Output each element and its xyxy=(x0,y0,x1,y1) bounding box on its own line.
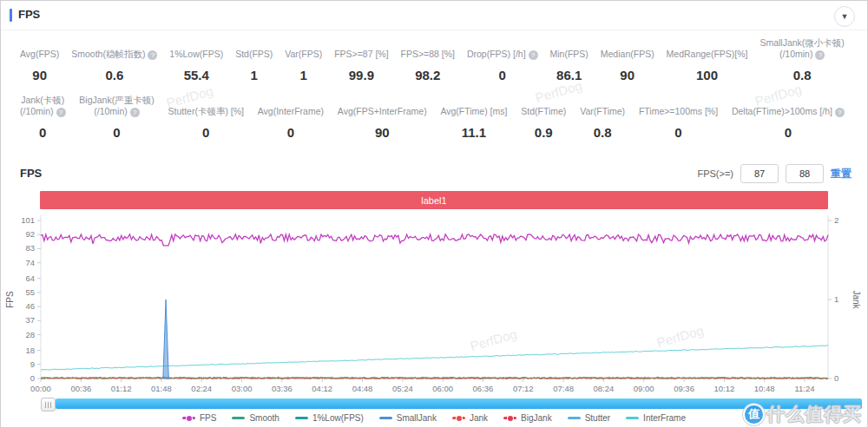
stat-label: Std(FTime) xyxy=(521,106,566,117)
svg-text:1: 1 xyxy=(834,294,838,304)
stat-r2-9: Delta(FTime)>100ms [/h]?0 xyxy=(732,106,845,140)
legend-item-bigjank[interactable]: BigJank xyxy=(503,413,552,423)
fps-chart[interactable]: 09182837465564748392101012FPSJank00:0000… xyxy=(1,213,868,392)
collapse-button[interactable]: ▼ xyxy=(834,6,855,27)
stat-r2-0: Jank(卡顿)(/10min)?0 xyxy=(20,95,66,140)
stat-r1-10: MedRange(FPS)[%]100 xyxy=(667,49,748,82)
legend-marker-icon xyxy=(379,417,392,419)
legend-item-jank[interactable]: Jank xyxy=(452,413,488,423)
legend-item-smalljank[interactable]: SmallJank xyxy=(379,413,437,423)
legend-item-1-low-fps-[interactable]: 1%Low(FPS) xyxy=(295,413,364,423)
legend-marker-icon xyxy=(452,417,465,419)
stat-value: 0 xyxy=(639,125,718,140)
stat-label: FPS>=88 [%] xyxy=(401,49,455,60)
help-icon[interactable]: ? xyxy=(130,108,140,117)
legend-item-interframe[interactable]: InterFrame xyxy=(626,413,686,423)
svg-text:0: 0 xyxy=(30,373,35,383)
svg-text:92: 92 xyxy=(25,229,35,239)
stat-r1-6: FPS>=88 [%]98.2 xyxy=(401,49,455,82)
stat-label: FPS>=87 [%] xyxy=(334,49,388,60)
stat-value: 0.8 xyxy=(580,125,625,140)
stat-r1-1: Smooth(稳帧指数)?0.6 xyxy=(71,49,157,82)
title-accent-bar xyxy=(10,9,12,22)
stat-r2-8: FTime>=100ms [%]0 xyxy=(639,106,718,140)
help-icon[interactable]: ? xyxy=(815,50,825,60)
stat-r1-8: Min(FPS)86.1 xyxy=(550,49,589,82)
stat-r2-2: Stutter(卡顿率) [%]0 xyxy=(168,106,244,140)
svg-text:09:00: 09:00 xyxy=(634,384,654,392)
panel-header: FPS ▼ xyxy=(1,1,867,30)
stat-value: 0 xyxy=(20,125,66,140)
stat-label: Avg(FPS+InterFrame) xyxy=(338,106,427,117)
legend-item-smooth[interactable]: Smooth xyxy=(232,413,279,423)
legend-item-fps[interactable]: FPS xyxy=(182,413,216,423)
stat-label: Jank(卡顿)(/10min)? xyxy=(20,95,66,117)
stat-value: 55.4 xyxy=(169,68,223,82)
stat-label: Stutter(卡顿率) [%] xyxy=(168,106,244,117)
stat-value: 99.9 xyxy=(334,68,388,82)
threshold-input-1[interactable] xyxy=(740,164,779,183)
stat-value: 0.8 xyxy=(760,68,844,82)
stats-row-1: Avg(FPS)90Smooth(稳帧指数)?0.61%Low(FPS)55.4… xyxy=(20,37,845,82)
svg-text:01:48: 01:48 xyxy=(151,384,172,392)
stat-label: Min(FPS) xyxy=(550,49,589,60)
stat-value: 100 xyxy=(667,68,748,82)
svg-text:03:00: 03:00 xyxy=(232,384,253,392)
chart-title: FPS xyxy=(20,167,42,180)
help-icon[interactable]: ? xyxy=(529,50,538,60)
svg-text:37: 37 xyxy=(25,315,35,325)
timeline-drag-handle[interactable] xyxy=(41,398,56,412)
fps-panel: FPS ▼ Avg(FPS)90Smooth(稳帧指数)?0.61%Low(FP… xyxy=(0,0,868,428)
timeline-scrollbar[interactable] xyxy=(56,398,862,409)
legend-item-stutter[interactable]: Stutter xyxy=(568,413,610,423)
stat-r2-5: Avg(FTime) [ms]11.1 xyxy=(440,106,507,140)
chart-header: FPS FPS(>=) 重置 xyxy=(1,164,867,185)
stat-value: 0 xyxy=(79,125,154,140)
stat-r1-3: Std(FPS)1 xyxy=(235,49,273,82)
chart-label-banner[interactable]: label1 xyxy=(40,191,828,209)
stat-value: 98.2 xyxy=(401,68,455,82)
stat-r2-1: BigJank(严重卡顿)(/10min)?0 xyxy=(79,95,154,140)
fps-threshold-controls: FPS(>=) 重置 xyxy=(697,164,852,183)
svg-text:9: 9 xyxy=(30,359,35,369)
svg-text:64: 64 xyxy=(25,273,35,283)
svg-text:05:24: 05:24 xyxy=(392,384,413,392)
stat-label: Median(FPS) xyxy=(601,49,654,60)
stat-label: Avg(FPS) xyxy=(20,49,59,60)
stat-label: Smooth(稳帧指数)? xyxy=(71,49,157,60)
stat-r1-11: SmallJank(微小卡顿)(/10min)?0.8 xyxy=(760,37,844,82)
page-title: FPS xyxy=(18,8,40,21)
stat-value: 0 xyxy=(732,125,845,140)
svg-text:46: 46 xyxy=(25,301,35,311)
stat-value: 0 xyxy=(467,68,538,82)
chart-legend: FPSSmooth1%Low(FPS)SmallJankJankBigJankS… xyxy=(1,413,867,423)
legend-marker-icon xyxy=(295,417,308,419)
legend-marker-icon xyxy=(232,417,245,419)
stat-label: 1%Low(FPS) xyxy=(169,49,223,60)
stat-r1-9: Median(FPS)90 xyxy=(601,49,654,82)
stat-value: 0 xyxy=(258,125,324,140)
stat-r1-4: Var(FPS)1 xyxy=(285,49,322,82)
stat-label: MedRange(FPS)[%] xyxy=(667,49,748,60)
help-icon[interactable]: ? xyxy=(835,108,845,117)
legend-label: BigJank xyxy=(521,413,552,423)
svg-text:06:36: 06:36 xyxy=(473,384,494,392)
stat-label: Avg(FTime) [ms] xyxy=(440,106,507,117)
svg-text:00:00: 00:00 xyxy=(30,384,51,392)
svg-text:10:12: 10:12 xyxy=(713,384,734,392)
svg-text:18: 18 xyxy=(25,346,35,355)
svg-text:55: 55 xyxy=(25,287,35,297)
svg-text:FPS: FPS xyxy=(5,291,15,308)
reset-link[interactable]: 重置 xyxy=(831,167,852,181)
stat-r1-5: FPS>=87 [%]99.9 xyxy=(334,49,388,82)
threshold-input-2[interactable] xyxy=(786,164,824,183)
svg-text:11:24: 11:24 xyxy=(794,384,814,392)
stat-value: 0 xyxy=(168,125,244,140)
help-icon[interactable]: ? xyxy=(56,108,66,117)
help-icon[interactable]: ? xyxy=(148,50,157,60)
svg-text:Jank: Jank xyxy=(852,290,861,309)
svg-text:06:00: 06:00 xyxy=(432,384,453,392)
svg-text:74: 74 xyxy=(25,258,35,267)
stat-label: Drop(FPS) [/h]? xyxy=(467,49,538,60)
banner-label: label1 xyxy=(421,195,446,206)
